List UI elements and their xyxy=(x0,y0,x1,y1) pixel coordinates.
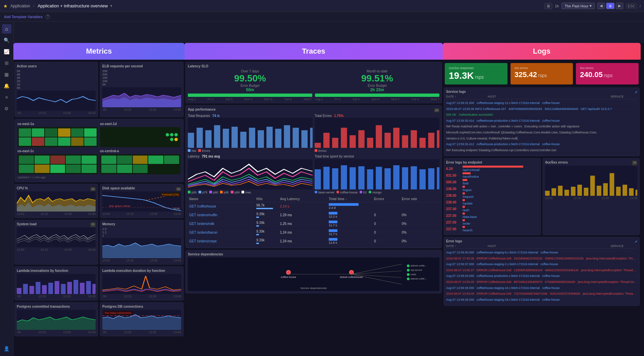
sidebar-icon-monitor[interactable]: ▦ xyxy=(2,70,11,79)
metrics-row-postgres: Postgres committed transactions :0013:15… xyxy=(13,301,184,337)
error-logs-expand[interactable]: ↗ xyxy=(634,240,637,244)
total-requests-label: Total Requests 74 /s xyxy=(188,114,313,118)
disk-panel: Disk space available 1h Forecast (1%) di… xyxy=(100,184,183,218)
endpoint-name: /bad xyxy=(463,182,469,185)
latency-slo-title: Latency SLO xyxy=(188,64,439,68)
error-endpoint-title: Error logs by endpoint xyxy=(446,161,538,164)
log-line: Aug 07 13:59:31.000 coffeehouse-staging-… xyxy=(446,100,637,106)
col-service2: SERVICE xyxy=(610,244,637,248)
svg-rect-32 xyxy=(275,129,281,148)
svg-rect-47 xyxy=(402,135,408,148)
sidebar-icon-list[interactable]: ≡ xyxy=(2,93,11,102)
tv-mode-button[interactable]: ⊞ xyxy=(545,3,552,9)
endpoint-row: 238.00 /request xyxy=(446,192,538,198)
errors-5xx-label: 5xx errors xyxy=(580,66,635,70)
slo2-pct: 99.51% xyxy=(315,73,439,84)
errors-5xx-box: 5xx errors 240.05 rsps xyxy=(576,63,639,84)
sidebar-icon-search[interactable]: 🔍 xyxy=(2,36,11,45)
svg-rect-72 xyxy=(545,191,550,196)
perf-row-1: Total Requests 74 /s xyxy=(188,114,439,153)
errors-4xx-unit: rsps xyxy=(538,73,547,78)
svg-rect-23 xyxy=(197,128,203,148)
dotnet-label: Service dependencies xyxy=(301,287,327,290)
heatmap-us-central-a-grid xyxy=(100,154,180,174)
slo2-budget-label: Error Budget xyxy=(315,84,439,87)
sidebar-icon-home[interactable]: ⌂ xyxy=(2,24,11,34)
heatmap-us-central-a-title: us-central-a xyxy=(100,149,180,153)
svg-rect-50 xyxy=(428,133,435,148)
endpoint-name: /search xyxy=(463,229,473,232)
heatmap-us-east-1a-grid xyxy=(17,127,98,147)
service-nodes-right: dotnet-coffe... sql-server redis do xyxy=(407,264,427,280)
memory-chart xyxy=(102,238,181,258)
col-hits: Hits xyxy=(255,196,278,202)
error-logs-table-header: DATE ↑ HOST SERVICE xyxy=(446,244,637,249)
time-range-selector[interactable]: The Past Hour ▾ xyxy=(561,3,595,9)
cell-hits: 9.39k xyxy=(255,220,278,228)
slo2-bar xyxy=(315,94,439,97)
svg-rect-7 xyxy=(23,284,28,294)
endpoint-name: /auth xyxy=(463,209,469,212)
total-time-label: Total time spent by service xyxy=(315,155,439,158)
active-users-yaxis: 5K4K3K2K1K0K xyxy=(17,69,96,90)
total-errors-widget: Total Errors 1.75% xyxy=(315,114,439,153)
sysload-panel: System load 1h 13:0013:1513:3013:45 xyxy=(14,220,98,264)
sidebar-icon-user[interactable]: 👤 xyxy=(2,344,11,353)
elb-requests-panel: ELB requests per second 25K20K15K10K5K :… xyxy=(100,62,183,117)
cpu-badge: 1h xyxy=(90,187,96,191)
total-errors-chart xyxy=(315,118,439,148)
error-log-line: Aug 07 13:59:29.000 coffeehouse-producti… xyxy=(446,273,637,279)
error-log-line: Aug 07 13:59:28.000 coffeehouse-staging-… xyxy=(446,285,637,291)
service-logs-expand[interactable]: ↗ xyxy=(634,90,637,95)
slo2-xaxis: Aug 1Fri 2Sat 3Sun 4Mon 5Tue 6Wed 7 xyxy=(315,98,439,101)
cell-total-time: 11.7 s xyxy=(327,220,373,228)
log-line: 200 OK Authentication successful xyxy=(446,112,637,118)
time-range-label: The Past Hour xyxy=(565,4,588,8)
cell-total-time: 12.2 s xyxy=(327,211,373,220)
heatmap-cell xyxy=(66,156,81,164)
endpoint-value: 6.2K xyxy=(446,167,461,171)
log-line: 2019-08-07 13:59:36 INFO Coffeehouse:157… xyxy=(446,106,637,112)
lambda-dur-title: Lambda execution duration by function xyxy=(102,269,181,273)
postgres-conn-title: Postgres DB connections xyxy=(102,305,181,308)
favorite-icon[interactable]: ★ xyxy=(3,3,8,9)
svg-rect-18 xyxy=(93,284,96,294)
endpoint-name: /ingest xyxy=(463,188,472,192)
pause-button[interactable]: ⏸ xyxy=(606,3,614,9)
svg-rect-25 xyxy=(214,125,220,148)
sidebar-icon-settings[interactable]: ⚙ xyxy=(2,104,11,113)
slo1: Over 7 days 99.50% Error Budget 50m Aug … xyxy=(188,69,312,101)
error-log-line: 2019-08-07 13:59:29 ERROR Coffeehouse:24… xyxy=(446,279,637,285)
errors-4xx-box: 4xx errors 325.42 rsps xyxy=(511,63,573,84)
rewind-button[interactable]: ◀ xyxy=(597,3,605,9)
svg-rect-64 xyxy=(419,169,426,189)
sidebar-icon-alert[interactable]: 🔔 xyxy=(2,81,11,91)
sidebar-icon-grid[interactable]: ⊞ xyxy=(2,58,11,68)
help-icon[interactable]: ? xyxy=(45,14,50,19)
sidebar-icon-chart[interactable]: 📈 xyxy=(2,47,11,56)
responses-2xx3xx-box: 2xx/3xx responses 19.3K rsps xyxy=(445,63,507,84)
postgres-conn-warning: Too many connections xyxy=(104,311,132,315)
col-host2: HOST xyxy=(488,244,609,248)
total-errors-sparkline xyxy=(315,118,439,148)
cell-error-rate xyxy=(400,202,439,211)
endpoint-row: 237.00 /auth xyxy=(446,206,538,212)
cell-name: GET /orders/muffin xyxy=(188,211,255,220)
topbar: ★ Application + Application + infrastruc… xyxy=(0,0,644,12)
title-dropdown-icon[interactable]: ▾ xyxy=(110,4,112,8)
add-template-link[interactable]: Add Template Variables xyxy=(4,15,43,19)
svg-rect-61 xyxy=(393,165,399,189)
errors-4xx5xx-header: 4xx/5xx errors 1h xyxy=(545,161,637,166)
svg-rect-42 xyxy=(358,130,365,148)
endpoint-name: /update xyxy=(463,202,473,205)
log-line: INF Executing endpoint 'Datadog.Coffeeho… xyxy=(446,147,637,154)
svg-rect-12 xyxy=(55,281,59,294)
error-log-line: 2019-08-07 13:59:37 ERROR Coffeehouse:24… xyxy=(446,268,637,274)
total-errors-label: Total Errors 1.75% xyxy=(315,114,439,118)
play-button[interactable]: ▶ xyxy=(616,3,623,9)
errors-4xx5xx-panel: 4xx/5xx errors 1h xyxy=(543,158,640,235)
active-users-title: Active users xyxy=(17,64,96,68)
sysload-chart xyxy=(17,227,96,247)
disk-critical-label: disk space critical xyxy=(109,204,130,207)
log-line: Aug 07 13:59:30.220 coffeehouse-producti… xyxy=(446,153,637,154)
